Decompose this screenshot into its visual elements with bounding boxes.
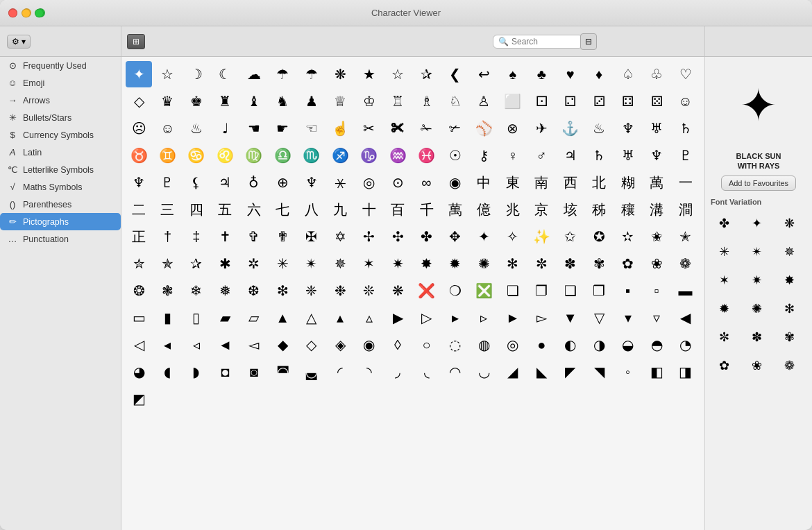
char-cell[interactable]: ❏ bbox=[500, 277, 526, 304]
char-cell[interactable]: ♇ bbox=[673, 142, 699, 169]
char-cell[interactable]: ◅ bbox=[241, 332, 267, 358]
char-cell[interactable]: 億 bbox=[471, 196, 497, 223]
char-cell[interactable]: ✤ bbox=[414, 223, 440, 250]
sidebar-item-emoji[interactable]: ☺ Emoji bbox=[0, 74, 121, 92]
char-cell[interactable]: 四 bbox=[183, 196, 210, 223]
font-variation-cell[interactable]: ✾ bbox=[776, 324, 802, 350]
char-cell[interactable]: ✯ bbox=[154, 250, 180, 277]
font-variation-cell[interactable]: ✴ bbox=[743, 239, 770, 265]
font-variation-cell[interactable]: ✷ bbox=[743, 267, 770, 293]
char-cell[interactable]: ♌ bbox=[212, 142, 238, 169]
font-variation-cell[interactable]: ✶ bbox=[711, 267, 737, 293]
char-cell[interactable]: ☛ bbox=[269, 115, 296, 142]
char-cell[interactable]: ✨ bbox=[528, 223, 555, 250]
char-cell[interactable]: ✽ bbox=[557, 250, 584, 277]
char-cell[interactable]: ► bbox=[500, 305, 526, 331]
char-cell[interactable]: ✴ bbox=[298, 250, 325, 277]
char-cell[interactable]: ♩ bbox=[212, 115, 238, 142]
char-cell[interactable]: 百 bbox=[384, 196, 411, 223]
char-cell[interactable]: ♃ bbox=[212, 169, 238, 196]
char-cell[interactable]: ♄ bbox=[586, 142, 612, 169]
char-cell[interactable]: ✂ bbox=[356, 115, 382, 142]
char-cell[interactable]: ⚄ bbox=[643, 88, 670, 114]
char-cell[interactable]: ◁ bbox=[126, 332, 152, 358]
char-cell[interactable]: △ bbox=[298, 305, 325, 331]
char-cell[interactable]: 中 bbox=[471, 169, 497, 196]
char-cell[interactable]: ☺ bbox=[154, 115, 180, 142]
char-cell[interactable]: ⚹ bbox=[327, 169, 353, 196]
sidebar-item-punctuation[interactable]: … Punctuation bbox=[0, 230, 121, 248]
char-cell[interactable]: ✱ bbox=[212, 250, 238, 277]
sidebar-item-latin[interactable]: A Latin bbox=[0, 144, 121, 161]
char-cell[interactable]: ◦ bbox=[615, 359, 641, 385]
char-cell[interactable]: ♨ bbox=[183, 115, 210, 142]
char-cell[interactable]: ☚ bbox=[241, 115, 267, 142]
char-cell[interactable]: 三 bbox=[154, 196, 180, 223]
char-cell[interactable]: ✳ bbox=[269, 250, 296, 277]
char-cell[interactable]: ❃ bbox=[154, 277, 180, 304]
char-cell[interactable]: ✪ bbox=[586, 223, 612, 250]
char-cell[interactable]: ⊗ bbox=[500, 115, 526, 142]
char-cell[interactable]: ▼ bbox=[557, 305, 584, 331]
char-cell[interactable]: ▫ bbox=[643, 277, 670, 304]
char-cell[interactable]: 東 bbox=[500, 169, 526, 196]
list-view-button[interactable]: ⊟ bbox=[580, 33, 597, 50]
char-cell[interactable]: ◛ bbox=[298, 359, 325, 385]
char-cell[interactable]: ♒ bbox=[384, 142, 411, 169]
char-cell[interactable]: ❍ bbox=[442, 277, 468, 304]
char-cell[interactable]: ♆ bbox=[126, 169, 152, 196]
char-cell[interactable]: ♆ bbox=[615, 115, 641, 142]
char-cell[interactable]: ▾ bbox=[615, 305, 641, 331]
char-cell[interactable]: ✰ bbox=[414, 61, 440, 87]
char-cell[interactable]: ✞ bbox=[241, 223, 267, 250]
char-cell[interactable]: 八 bbox=[298, 196, 325, 223]
char-cell[interactable]: ♡ bbox=[673, 61, 699, 87]
char-cell[interactable]: ❁ bbox=[673, 250, 699, 277]
char-cell[interactable]: ♚ bbox=[183, 88, 210, 114]
char-cell[interactable]: ♅ bbox=[643, 115, 670, 142]
char-cell[interactable]: ❮ bbox=[442, 61, 468, 87]
char-cell[interactable]: ▵ bbox=[356, 305, 382, 331]
char-cell[interactable]: ✺ bbox=[471, 250, 497, 277]
char-cell[interactable]: ✶ bbox=[356, 250, 382, 277]
char-cell[interactable]: 西 bbox=[557, 169, 584, 196]
char-cell[interactable]: 京 bbox=[528, 196, 555, 223]
font-variation-cell[interactable]: ❋ bbox=[776, 210, 802, 237]
font-variation-cell[interactable]: ✹ bbox=[711, 296, 737, 322]
char-cell[interactable]: ♛ bbox=[154, 88, 180, 114]
char-cell[interactable]: ◃ bbox=[183, 332, 210, 358]
char-cell[interactable]: ◩ bbox=[126, 386, 152, 412]
char-cell[interactable]: ♠ bbox=[500, 61, 526, 87]
char-cell[interactable]: ✬ bbox=[643, 223, 670, 250]
char-cell[interactable]: ☂ bbox=[298, 61, 325, 87]
sidebar-item-parentheses[interactable]: () Parentheses bbox=[0, 196, 121, 213]
char-cell[interactable]: ❎ bbox=[471, 277, 497, 304]
char-cell[interactable]: ▱ bbox=[241, 305, 267, 331]
char-cell[interactable]: ▹ bbox=[471, 305, 497, 331]
sidebar-item-pictographs[interactable]: ✏ Pictographs bbox=[0, 213, 121, 230]
grid-view-button[interactable]: ⊞ bbox=[127, 34, 145, 49]
char-cell[interactable]: ♥ bbox=[557, 61, 584, 87]
char-cell[interactable]: ✠ bbox=[298, 223, 325, 250]
char-cell[interactable]: ✡ bbox=[327, 223, 353, 250]
char-cell[interactable]: ◒ bbox=[615, 332, 641, 358]
char-cell[interactable]: ☝ bbox=[327, 115, 353, 142]
char-cell[interactable]: ◜ bbox=[327, 359, 353, 385]
char-cell[interactable]: ♔ bbox=[356, 88, 382, 114]
char-cell[interactable]: ▴ bbox=[327, 305, 353, 331]
char-cell[interactable]: 二 bbox=[126, 196, 152, 223]
char-cell[interactable]: ✃ bbox=[442, 115, 468, 142]
font-variation-cell[interactable]: ✽ bbox=[743, 324, 770, 350]
char-cell[interactable]: ⚓ bbox=[557, 115, 584, 142]
char-cell[interactable]: ◖ bbox=[154, 359, 180, 385]
char-cell[interactable]: ⬜ bbox=[500, 88, 526, 114]
char-cell[interactable]: ♖ bbox=[384, 88, 411, 114]
char-cell[interactable]: ♤ bbox=[615, 61, 641, 87]
char-cell[interactable]: ✩ bbox=[557, 223, 584, 250]
char-cell[interactable]: ▲ bbox=[269, 305, 296, 331]
char-cell[interactable]: ☆ bbox=[384, 61, 411, 87]
char-cell[interactable]: ❇ bbox=[269, 277, 296, 304]
char-cell[interactable]: ♂ bbox=[528, 142, 555, 169]
char-cell[interactable]: ✾ bbox=[586, 250, 612, 277]
char-cell[interactable]: ✦ bbox=[126, 61, 152, 87]
